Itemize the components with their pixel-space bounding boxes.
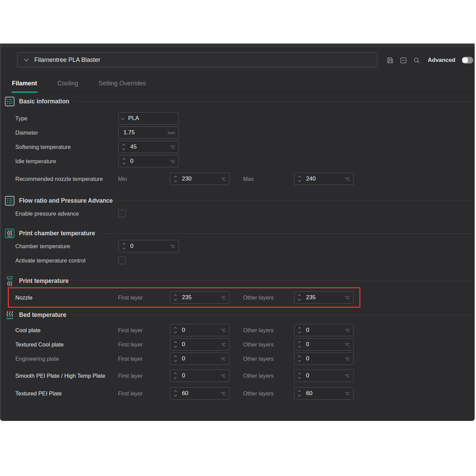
- engineering-plate-other-layers-input[interactable]: 0 °C: [294, 353, 354, 365]
- cool-plate-first-layer-value: 0: [181, 327, 221, 334]
- row-activate-temperature-control: Activate temperature control: [1, 253, 475, 268]
- unit-label: mm: [168, 130, 178, 135]
- nozzle-first-layer-input[interactable]: 235 °C: [170, 291, 230, 304]
- section-title: Print temperature: [19, 277, 69, 285]
- smooth-pei-other-layers-input[interactable]: 0 °C: [294, 370, 354, 382]
- section-divider: [72, 315, 472, 315]
- enable-pressure-advance-checkbox[interactable]: [118, 210, 126, 217]
- unit-label: °C: [345, 391, 353, 396]
- row-textured-cool-plate: Textured Cool plate First layer 0 °C Oth…: [1, 337, 475, 352]
- section-title: Basic information: [19, 98, 69, 105]
- other-layers-label: Other layers: [243, 341, 292, 348]
- row-engineering-plate: Engineering plate First layer 0 °C Other…: [1, 352, 475, 366]
- spinner-arrows[interactable]: [294, 295, 305, 300]
- nozzle-heat-icon: [4, 276, 15, 286]
- diameter-input[interactable]: 1.75 mm: [118, 126, 179, 139]
- other-layers-label: Other layers: [243, 373, 292, 379]
- row-label: Cool plate: [15, 327, 116, 334]
- spinner-arrows[interactable]: [170, 176, 181, 182]
- first-layer-label: First layer: [118, 356, 167, 362]
- row-label: Smooth PEI Plate / High Temp Plate: [15, 372, 114, 379]
- other-layers-label: Other layers: [243, 356, 292, 362]
- search-icon[interactable]: [412, 56, 421, 64]
- spinner-arrows[interactable]: [170, 342, 181, 347]
- tab-filament[interactable]: Filament: [11, 79, 38, 92]
- toggle-knob: [462, 57, 468, 63]
- tab-setting-overrides[interactable]: Setting Overrides: [98, 79, 147, 92]
- min-label: Min: [118, 176, 167, 182]
- activate-temperature-control-checkbox[interactable]: [118, 257, 126, 264]
- row-textured-pei-plate: Textured PEI Plate First layer 60 °C Oth…: [1, 386, 475, 401]
- smooth-pei-other-layers-value: 0: [305, 372, 345, 379]
- spinner-arrows[interactable]: [170, 295, 181, 300]
- spinner-arrows[interactable]: [294, 373, 305, 378]
- spinner-arrows[interactable]: [294, 342, 305, 347]
- spinner-arrows[interactable]: [119, 243, 129, 249]
- engineering-plate-first-layer-value: 0: [181, 355, 221, 362]
- chamber-temperature-input[interactable]: 0 °C: [118, 240, 179, 252]
- first-layer-label: First layer: [118, 341, 167, 348]
- spinner-arrows[interactable]: [170, 391, 181, 396]
- row-label: Engineering plate: [15, 355, 116, 362]
- spinner-arrows[interactable]: [170, 327, 181, 333]
- unit-label: °C: [170, 244, 178, 249]
- recommended-min-value: 230: [181, 175, 221, 182]
- nozzle-other-layers-value: 235: [305, 294, 345, 301]
- recommended-max-value: 240: [305, 175, 345, 182]
- other-layers-label: Other layers: [243, 294, 292, 301]
- textured-pei-other-layers-input[interactable]: 60 °C: [294, 387, 354, 400]
- row-label: Textured Cool plate: [15, 341, 116, 348]
- row-enable-pressure-advance: Enable pressure advance: [1, 206, 475, 221]
- spinner-arrows[interactable]: [119, 144, 129, 150]
- delete-preset-icon[interactable]: [399, 56, 407, 64]
- engineering-plate-first-layer-input[interactable]: 0 °C: [170, 353, 230, 365]
- softening-temperature-input[interactable]: 45 °C: [118, 141, 179, 153]
- spinner-arrows[interactable]: [119, 158, 129, 164]
- unit-label: °C: [345, 176, 353, 182]
- tab-cooling[interactable]: Cooling: [57, 79, 79, 92]
- spinner-arrows[interactable]: [294, 327, 305, 333]
- header-bar: Filamentree PLA Blaster: [1, 48, 475, 72]
- unit-label: °C: [221, 356, 229, 361]
- engineering-plate-other-layers-value: 0: [305, 355, 345, 362]
- spinner-arrows[interactable]: [170, 373, 181, 378]
- smooth-pei-first-layer-input[interactable]: 0 °C: [170, 370, 230, 382]
- advanced-label: Advanced: [428, 57, 455, 64]
- first-layer-label: First layer: [118, 327, 167, 334]
- unit-label: °C: [345, 373, 353, 378]
- section-divider: [119, 201, 472, 201]
- cool-plate-first-layer-input[interactable]: 0 °C: [170, 324, 230, 336]
- advanced-toggle[interactable]: [462, 57, 473, 64]
- spinner-arrows[interactable]: [170, 356, 181, 361]
- row-chamber-temperature: Chamber temperature 0 °C: [1, 239, 475, 253]
- spinner-arrows[interactable]: [294, 356, 305, 361]
- row-softening-temperature: Softening temperature 45 °C: [1, 140, 475, 154]
- other-layers-label: Other layers: [243, 390, 292, 397]
- chevron-down-icon: [22, 59, 30, 61]
- nozzle-other-layers-input[interactable]: 235 °C: [294, 291, 354, 304]
- idle-temperature-value: 0: [129, 158, 170, 165]
- unit-label: °C: [345, 342, 353, 347]
- textured-cool-plate-other-layers-input[interactable]: 0 °C: [294, 338, 354, 351]
- recommended-max-input[interactable]: 240 °C: [294, 173, 354, 185]
- diameter-value: 1.75: [119, 129, 168, 136]
- list-icon: [4, 196, 15, 206]
- textured-cool-plate-first-layer-input[interactable]: 0 °C: [170, 338, 230, 351]
- idle-temperature-input[interactable]: 0 °C: [118, 155, 179, 167]
- textured-pei-first-layer-input[interactable]: 60 °C: [170, 387, 230, 400]
- unit-label: °C: [345, 356, 353, 361]
- recommended-min-input[interactable]: 230 °C: [170, 173, 230, 185]
- row-label: Type: [15, 115, 116, 122]
- spinner-arrows[interactable]: [294, 391, 305, 396]
- row-label: Textured PEI Plate: [15, 390, 116, 397]
- section-divider: [101, 233, 472, 234]
- save-icon[interactable]: [386, 56, 394, 64]
- textured-cool-plate-other-layers-value: 0: [305, 341, 345, 348]
- section-header-bed-temperature: Bed temperature: [1, 309, 475, 321]
- unit-label: °C: [345, 295, 353, 300]
- cool-plate-other-layers-input[interactable]: 0 °C: [294, 324, 354, 336]
- preset-selector[interactable]: Filamentree PLA Blaster: [17, 52, 377, 67]
- spinner-arrows[interactable]: [294, 176, 305, 182]
- type-value: PLA: [127, 115, 178, 122]
- type-select[interactable]: PLA: [118, 112, 179, 124]
